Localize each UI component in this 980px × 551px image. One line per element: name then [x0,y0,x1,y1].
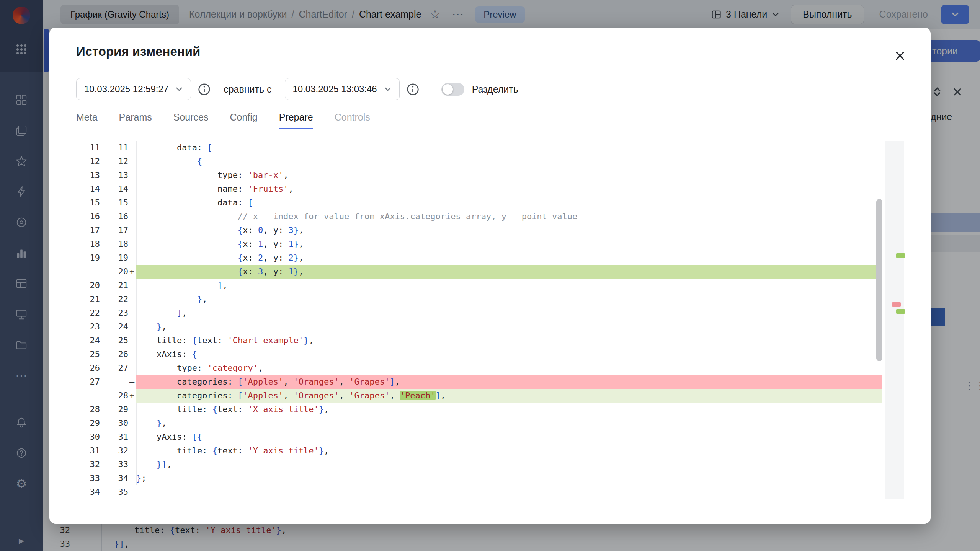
diff-row: 2122 }, [76,292,904,306]
ruler-mark-added [896,253,905,258]
diff-row: 3334}; [76,471,904,485]
version-select-right-value: 10.03.2025 13:03:46 [293,84,377,95]
tab-prepare[interactable]: Prepare [279,112,313,129]
compare-with-label: сравнить с [224,84,271,95]
compare-controls: 10.03.2025 12:59:27 сравнить с 10.03.202… [76,78,904,100]
tab-meta[interactable]: Meta [76,112,98,129]
version-select-right[interactable]: 10.03.2025 13:03:46 [285,78,400,100]
split-label: Разделить [472,84,518,95]
tab-config[interactable]: Config [230,112,257,129]
diff-row: 1111 data: [ [76,141,904,155]
diff-row: 1414 name: 'Fruits', [76,182,904,196]
modal-title: История изменений [76,44,904,59]
diff-row: 2930 }, [76,416,904,430]
diff-row: 20+ {x: 3, y: 1}, [76,265,904,279]
diff-row: 1717 {x: 0, y: 3}, [76,223,904,237]
modal-tabs: Meta Params Sources Config Prepare Contr… [76,112,904,129]
version-select-left[interactable]: 10.03.2025 12:59:27 [76,78,191,100]
diff-row: 1818 {x: 1, y: 1}, [76,237,904,251]
diff-row: 1616 // x - index for value from xAxis.c… [76,210,904,223]
diff-row: 2829 title: {text: 'X axis title'}, [76,403,904,416]
diff-rows: 1111 data: [1212 {1313 type: 'bar-x',141… [76,141,904,499]
diff-row: 2425 title: {text: 'Chart example'}, [76,334,904,347]
chevron-down-icon [384,85,392,93]
split-toggle[interactable] [441,83,464,96]
close-icon[interactable] [892,48,908,64]
diff-row: 2324 }, [76,320,904,334]
diff-row: 28+ categories: ['Apples', 'Oranges', 'G… [76,389,904,403]
diff-row: 1212 { [76,155,904,168]
diff-row: 1313 type: 'bar-x', [76,168,904,182]
diff-row: 2021 ], [76,279,904,292]
scrollbar-thumb[interactable] [876,199,882,361]
info-icon[interactable] [198,83,211,96]
diff-overview-ruler [885,141,904,499]
tab-params[interactable]: Params [119,112,152,129]
tab-sources[interactable]: Sources [173,112,209,129]
diff-row: 1919 {x: 2, y: 2}, [76,251,904,265]
chevron-down-icon [175,85,183,93]
version-select-left-value: 10.03.2025 12:59:27 [84,84,168,95]
history-modal: История изменений 10.03.2025 12:59:27 ср… [49,28,931,524]
diff-viewer: 1111 data: [1212 {1313 type: 'bar-x',141… [76,141,904,499]
diff-row: 1515 data: [ [76,196,904,210]
diff-row: 2223 ], [76,306,904,320]
diff-row: 3031 yAxis: [{ [76,430,904,444]
ruler-mark-added [896,309,905,314]
diff-row: 3233 }], [76,458,904,471]
info-icon[interactable] [407,83,419,96]
diff-row: 27— categories: ['Apples', 'Oranges', 'G… [76,375,904,389]
tab-controls[interactable]: Controls [335,112,370,129]
ruler-mark-removed [892,302,901,307]
diff-row: 3132 title: {text: 'Y axis title'}, [76,444,904,458]
diff-row: 2627 type: 'category', [76,361,904,375]
toggle-knob [443,84,453,95]
diff-scrollbar[interactable] [876,141,882,499]
diff-row: 3435 [76,485,904,499]
diff-row: 2526 xAxis: { [76,347,904,361]
